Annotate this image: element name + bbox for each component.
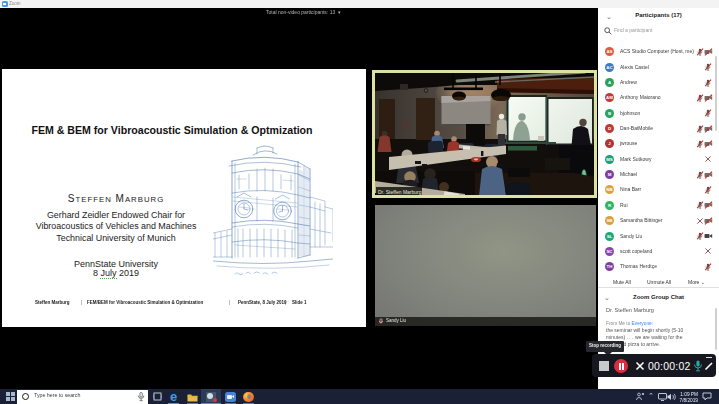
svg-text:Dr. Steffen Marburg: Dr. Steffen Marburg xyxy=(378,189,422,195)
